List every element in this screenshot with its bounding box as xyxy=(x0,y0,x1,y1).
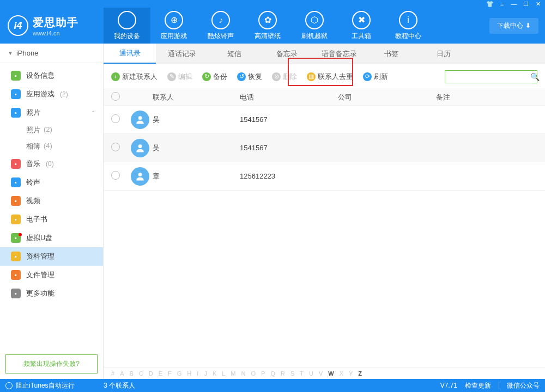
device-selector[interactable]: ▼ iPhone xyxy=(0,44,103,63)
alpha-A[interactable]: A xyxy=(120,370,124,377)
sidebar-subitem[interactable]: 相簿(4) xyxy=(0,138,103,155)
subtab-1[interactable]: 通话记录 xyxy=(156,44,208,64)
subtab-6[interactable]: 日历 xyxy=(417,44,470,64)
nav-icon: i xyxy=(399,11,417,29)
alpha-W[interactable]: W xyxy=(328,370,334,377)
dedup-button[interactable]: ▥联系人去重 xyxy=(307,72,353,82)
toolbar: +新建联系人 ✎编辑 ↻备份 ↺恢复 ⊘删除 ▥联系人去重 ⟳刷新 🔍 xyxy=(104,64,545,89)
sidebar-icon: ▪ xyxy=(11,71,21,81)
red-dot-badge xyxy=(19,233,22,236)
alpha-V[interactable]: V xyxy=(319,370,323,377)
nav-icon: ⊕ xyxy=(165,11,183,29)
col-note[interactable]: 备注 xyxy=(436,93,545,102)
sidebar-subitem[interactable]: 照片(2) xyxy=(0,122,103,138)
alpha-K[interactable]: K xyxy=(213,370,216,377)
check-update-link[interactable]: 检查更新 xyxy=(465,381,491,390)
maximize-icon[interactable]: ☐ xyxy=(522,0,530,8)
row-checkbox[interactable] xyxy=(111,143,120,151)
alpha-H[interactable]: H xyxy=(187,370,191,377)
backup-button[interactable]: ↻备份 xyxy=(202,72,227,82)
alpha-G[interactable]: G xyxy=(177,370,182,377)
search-box[interactable]: 🔍 xyxy=(445,70,537,83)
alpha-D[interactable]: D xyxy=(149,370,153,377)
nav-tab-3[interactable]: ✿高清壁纸 xyxy=(244,8,291,44)
itunes-block-toggle[interactable]: 阻止iTunes自动运行 xyxy=(5,381,104,390)
menu-icon[interactable]: ≡ xyxy=(498,0,506,8)
tshirt-icon[interactable]: 👕 xyxy=(486,0,494,8)
close-icon[interactable]: ✕ xyxy=(534,0,542,8)
select-all-checkbox[interactable] xyxy=(111,92,120,101)
subtab-3[interactable]: 备忘录 xyxy=(261,44,313,64)
nav-tab-0[interactable]: 我的设备 xyxy=(104,8,150,44)
sidebar-item-8[interactable]: ▪资料管理 xyxy=(0,247,103,266)
help-link[interactable]: 频繁出现操作失败? xyxy=(5,354,98,373)
refresh-button[interactable]: ⟳刷新 xyxy=(363,72,388,82)
alpha-N[interactable]: N xyxy=(241,370,246,377)
sidebar-item-6[interactable]: ▪电子书 xyxy=(0,210,103,229)
alpha-F[interactable]: F xyxy=(168,370,172,377)
search-input[interactable] xyxy=(449,73,530,81)
sidebar-item-10[interactable]: ▪更多功能 xyxy=(0,284,103,303)
sidebar-item-7[interactable]: ▪虚拟U盘 xyxy=(0,229,103,247)
alpha-I[interactable]: I xyxy=(197,370,198,377)
sidebar-item-9[interactable]: ▪文件管理 xyxy=(0,266,103,284)
alpha-U[interactable]: U xyxy=(309,370,313,377)
col-name[interactable]: 联系人 xyxy=(153,93,240,102)
alpha-M[interactable]: M xyxy=(231,370,235,377)
alpha-Q[interactable]: Q xyxy=(270,370,275,377)
alpha-L[interactable]: L xyxy=(222,370,225,377)
wechat-link[interactable]: 微信公众号 xyxy=(507,381,540,390)
alpha-E[interactable]: E xyxy=(159,370,162,377)
alpha-Z[interactable]: Z xyxy=(358,370,362,377)
nav-tab-4[interactable]: ⬡刷机越狱 xyxy=(291,8,338,44)
contact-phone: 125612223 xyxy=(240,172,338,180)
status-bar: 阻止iTunes自动运行 3 个联系人 V7.71 检查更新 微信公众号 xyxy=(0,379,545,392)
subtab-2[interactable]: 短信 xyxy=(208,44,261,64)
search-icon: 🔍 xyxy=(530,72,540,81)
alpha-T[interactable]: T xyxy=(300,370,304,377)
alpha-#[interactable]: # xyxy=(111,370,114,377)
alpha-R[interactable]: R xyxy=(281,370,285,377)
minimize-icon[interactable]: — xyxy=(510,0,518,8)
download-center-button[interactable]: 下载中心 ⬇ xyxy=(489,18,538,34)
sidebar-item-3[interactable]: ▪音乐(0) xyxy=(0,155,103,173)
subtab-4[interactable]: 语音备忘录 xyxy=(313,44,365,64)
row-checkbox[interactable] xyxy=(111,114,120,123)
header: i4 爱思助手 www.i4.cn 我的设备⊕应用游戏♪酷炫铃声✿高清壁纸⬡刷机… xyxy=(0,8,545,44)
subtab-5[interactable]: 书签 xyxy=(365,44,417,64)
nav-tab-6[interactable]: i教程中心 xyxy=(385,8,432,44)
alpha-J[interactable]: J xyxy=(204,370,207,377)
alpha-O[interactable]: O xyxy=(251,370,256,377)
radio-icon xyxy=(5,382,13,389)
sidebar-item-0[interactable]: ▪设备信息 xyxy=(0,66,103,85)
sidebar-item-2[interactable]: ▪照片⌃ xyxy=(0,103,103,122)
row-checkbox[interactable] xyxy=(111,171,120,180)
logo: i4 爱思助手 www.i4.cn xyxy=(0,15,104,36)
alpha-P[interactable]: P xyxy=(261,370,265,377)
restore-button[interactable]: ↺恢复 xyxy=(237,72,262,82)
subtab-0[interactable]: 通讯录 xyxy=(104,44,156,64)
col-phone[interactable]: 电话 xyxy=(240,93,338,102)
col-company[interactable]: 公司 xyxy=(338,93,436,102)
contact-row[interactable]: 吴1541567 xyxy=(104,106,545,134)
contact-count: 3 个联系人 xyxy=(104,381,440,390)
sidebar-icon: ▪ xyxy=(11,196,21,206)
sidebar-item-4[interactable]: ▪铃声 xyxy=(0,173,103,192)
contact-name: 章 xyxy=(153,171,240,181)
alpha-X[interactable]: X xyxy=(340,370,343,377)
contact-row[interactable]: 章125612223 xyxy=(104,162,545,191)
nav-tab-2[interactable]: ♪酷炫铃声 xyxy=(197,8,244,44)
alpha-C[interactable]: C xyxy=(139,370,143,377)
edit-button[interactable]: ✎编辑 xyxy=(167,72,192,82)
sidebar-item-5[interactable]: ▪视频 xyxy=(0,192,103,210)
alpha-B[interactable]: B xyxy=(129,370,133,377)
delete-button[interactable]: ⊘删除 xyxy=(272,72,297,82)
nav-tab-1[interactable]: ⊕应用游戏 xyxy=(150,8,197,44)
svg-point-2 xyxy=(138,173,142,176)
nav-tab-5[interactable]: ✖工具箱 xyxy=(338,8,385,44)
sidebar-item-1[interactable]: ▪应用游戏(2) xyxy=(0,85,103,103)
contact-row[interactable]: 吴1541567 xyxy=(104,134,545,162)
alpha-S[interactable]: S xyxy=(290,370,294,377)
alpha-Y[interactable]: Y xyxy=(349,370,353,377)
new-contact-button[interactable]: +新建联系人 xyxy=(111,72,158,82)
